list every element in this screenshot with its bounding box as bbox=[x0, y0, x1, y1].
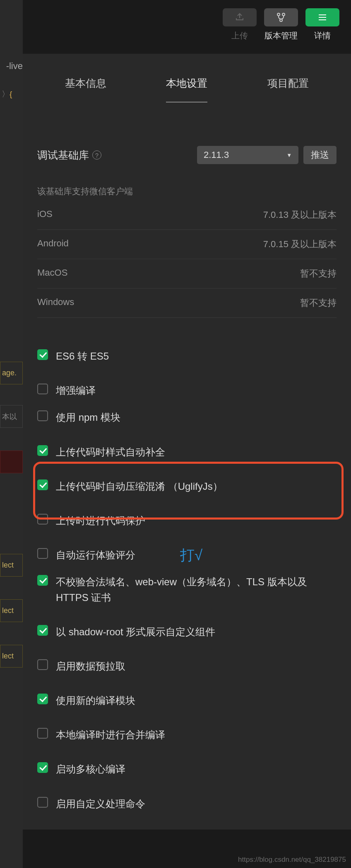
option-checkbox[interactable] bbox=[37, 575, 48, 586]
option-checkbox[interactable] bbox=[37, 694, 48, 704]
debug-label: 调试基础库 ? bbox=[37, 148, 101, 162]
compat-table: iOS7.0.13 及以上版本 Android7.0.15 及以上版本 MacO… bbox=[37, 200, 337, 318]
option-row: 本地编译时进行合并编译 bbox=[37, 721, 337, 748]
option-row: 启动多核心编译 bbox=[37, 756, 337, 782]
option-row: 启用自定义处理命令 bbox=[37, 790, 337, 817]
top-toolbar: 上传 版本管理 详情 bbox=[223, 8, 339, 41]
option-label: 上传代码时样式自动补全 bbox=[56, 444, 165, 460]
option-checkbox[interactable] bbox=[37, 548, 48, 559]
left-tab-lect2[interactable]: lect bbox=[0, 599, 23, 622]
left-tab-blank2[interactable] bbox=[0, 473, 23, 496]
option-label: 使用新的编译模块 bbox=[56, 693, 135, 708]
debug-version-select[interactable]: 2.11.3 ▼ bbox=[197, 146, 298, 164]
left-tab-blank[interactable] bbox=[0, 428, 23, 451]
option-label: 增强编译 bbox=[56, 383, 96, 398]
version-button[interactable] bbox=[264, 8, 298, 26]
left-tab-age[interactable]: age. bbox=[0, 362, 23, 384]
help-icon[interactable]: ? bbox=[92, 150, 101, 160]
left-tab-blank4[interactable] bbox=[0, 622, 23, 645]
upload-button bbox=[223, 8, 257, 26]
option-checkbox[interactable] bbox=[37, 728, 48, 739]
tab-project[interactable]: 项目配置 bbox=[267, 76, 309, 103]
left-tab-lect1[interactable]: lect bbox=[0, 554, 23, 577]
option-row: 使用 npm 模块 bbox=[37, 404, 337, 431]
left-tab-blank5[interactable] bbox=[0, 668, 23, 690]
option-checkbox[interactable] bbox=[37, 797, 48, 808]
option-row: ES6 转 ES5 bbox=[37, 343, 337, 370]
option-row: 启用数据预拉取 bbox=[37, 653, 337, 680]
option-label: 启动多核心编译 bbox=[56, 761, 125, 777]
option-checkbox[interactable] bbox=[37, 349, 48, 360]
option-row: 以 shadow-root 形式展示自定义组件 bbox=[37, 618, 337, 645]
push-button[interactable]: 推送 bbox=[303, 146, 337, 164]
debug-section: 调试基础库 ? 2.11.3 ▼ 推送 该基础库支持微信客户端 iOS7.0.1… bbox=[23, 103, 351, 330]
option-label: 自动运行体验评分 bbox=[56, 547, 135, 563]
tab-local[interactable]: 本地设置 bbox=[166, 76, 207, 103]
details-label: 详情 bbox=[314, 30, 331, 41]
option-row: 增强编译 bbox=[37, 377, 337, 404]
option-label: 启用数据预拉取 bbox=[56, 658, 125, 674]
option-label: 上传时进行代码保护 bbox=[56, 513, 145, 528]
breadcrumb-fragment: 〉{ bbox=[0, 89, 12, 100]
option-checkbox[interactable] bbox=[37, 384, 48, 394]
option-checkbox[interactable] bbox=[37, 445, 48, 456]
option-row: 上传代码时自动压缩混淆 （UglifyJs） bbox=[37, 473, 337, 500]
option-row: 不校验合法域名、web-view（业务域名）、TLS 版本以及 HTTPS 证书 bbox=[37, 568, 337, 610]
hamburger-icon bbox=[317, 12, 328, 23]
editor-tab-fragment: -live bbox=[0, 61, 23, 72]
option-label: 以 shadow-root 形式展示自定义组件 bbox=[56, 624, 215, 639]
option-label: 本地编译时进行合并编译 bbox=[56, 727, 165, 742]
left-tab-red[interactable] bbox=[0, 451, 23, 473]
compat-row: MacOS暂不支持 bbox=[37, 259, 337, 289]
details-button[interactable] bbox=[305, 8, 339, 26]
git-branch-icon bbox=[276, 12, 286, 23]
compat-row: Android7.0.15 及以上版本 bbox=[37, 230, 337, 259]
svg-point-1 bbox=[282, 13, 285, 16]
compat-row: iOS7.0.13 及以上版本 bbox=[37, 200, 337, 230]
option-checkbox[interactable] bbox=[37, 479, 48, 490]
settings-panel: 基本信息 本地设置 项目配置 调试基础库 ? 2.11.3 ▼ 推送 该基础库支… bbox=[23, 54, 351, 830]
option-label: 使用 npm 模块 bbox=[56, 410, 120, 425]
debug-caption: 该基础库支持微信客户端 bbox=[37, 186, 337, 197]
svg-point-0 bbox=[277, 13, 280, 16]
option-label: 不校验合法域名、web-view（业务域名）、TLS 版本以及 HTTPS 证书 bbox=[56, 574, 337, 605]
option-label: 上传代码时自动压缩混淆 （UglifyJs） bbox=[56, 479, 223, 494]
watermark: https://blog.csdn.net/qq_38219875 bbox=[238, 856, 346, 864]
settings-tabs: 基本信息 本地设置 项目配置 bbox=[23, 54, 351, 103]
compat-row: Windows暂不支持 bbox=[37, 289, 337, 318]
upload-icon bbox=[234, 12, 245, 23]
left-tab-ben[interactable]: 本以 bbox=[0, 405, 23, 428]
option-checkbox[interactable] bbox=[37, 410, 48, 421]
left-tab-blank3[interactable] bbox=[0, 577, 23, 599]
tab-basic[interactable]: 基本信息 bbox=[65, 76, 106, 103]
annotation-text: 打√ bbox=[180, 546, 202, 565]
options-section: ES6 转 ES5增强编译使用 npm 模块上传代码时样式自动补全上传代码时自动… bbox=[23, 330, 351, 830]
option-checkbox[interactable] bbox=[37, 659, 48, 670]
option-row: 上传时进行代码保护 bbox=[37, 507, 337, 534]
option-checkbox[interactable] bbox=[37, 514, 48, 525]
option-row: 使用新的编译模块 bbox=[37, 687, 337, 714]
option-label: ES6 转 ES5 bbox=[56, 348, 109, 364]
option-checkbox[interactable] bbox=[37, 625, 48, 636]
chevron-down-icon: ▼ bbox=[286, 152, 292, 158]
option-label: 启用自定义处理命令 bbox=[56, 796, 145, 811]
version-label: 版本管理 bbox=[264, 30, 298, 41]
option-checkbox[interactable] bbox=[37, 762, 48, 773]
left-tab-lect3[interactable]: lect bbox=[0, 645, 23, 668]
option-row: 上传代码时样式自动补全 bbox=[37, 439, 337, 465]
upload-label: 上传 bbox=[231, 30, 248, 41]
